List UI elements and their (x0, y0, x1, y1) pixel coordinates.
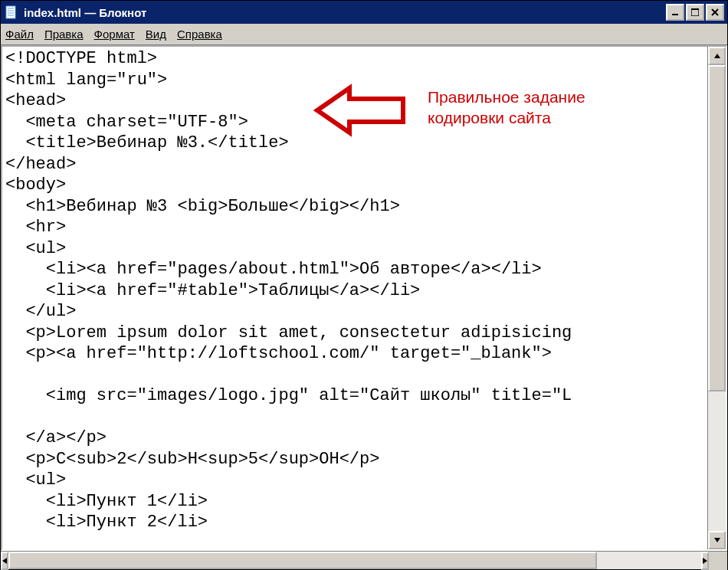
scrollbar-corner (709, 552, 727, 570)
notepad-window: index.html — Блокнот Файл Правка Формат … (0, 0, 728, 570)
horizontal-scrollbar[interactable] (1, 551, 727, 569)
window-controls (666, 4, 724, 21)
scroll-down-button[interactable] (708, 531, 726, 549)
vscroll-thumb[interactable] (708, 65, 726, 391)
titlebar[interactable]: index.html — Блокнот (1, 1, 727, 24)
annotation-line2: кодировки сайта (428, 107, 585, 128)
menubar: Файл Правка Формат Вид Справка (1, 24, 727, 45)
menu-help[interactable]: Справка (177, 28, 222, 41)
scroll-up-button[interactable] (708, 47, 726, 65)
annotation-text: Правильное задание кодировки сайта (428, 87, 585, 129)
svg-rect-5 (672, 14, 678, 15)
svg-rect-7 (691, 8, 699, 10)
annotation-arrow-icon (311, 84, 411, 137)
scroll-left-button[interactable] (1, 552, 8, 570)
minimize-button[interactable] (666, 4, 684, 21)
vscroll-track[interactable] (708, 65, 726, 531)
close-button[interactable] (706, 4, 724, 21)
menu-view[interactable]: Вид (146, 28, 166, 41)
maximize-button[interactable] (686, 4, 704, 21)
scroll-right-button[interactable] (701, 552, 709, 570)
hscroll-track[interactable] (8, 552, 701, 569)
vertical-scrollbar[interactable] (707, 47, 726, 549)
menu-file[interactable]: Файл (5, 28, 34, 41)
app-icon (4, 5, 19, 20)
hscroll-thumb[interactable] (8, 552, 597, 569)
menu-format[interactable]: Формат (94, 28, 135, 41)
window-title: index.html — Блокнот (24, 6, 666, 19)
annotation-line1: Правильное задание (428, 87, 585, 107)
menu-edit[interactable]: Правка (44, 28, 84, 41)
svg-rect-0 (6, 6, 15, 18)
content-area: <!DOCTYPE html> <html lang="ru"> <head> … (1, 45, 727, 551)
